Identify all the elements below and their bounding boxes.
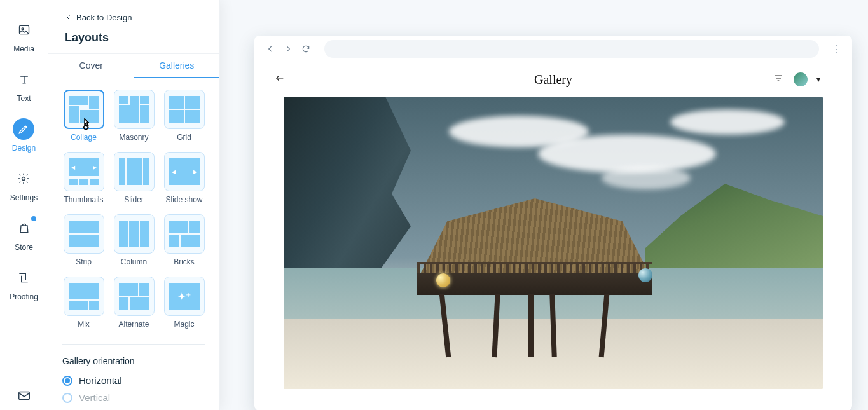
radio-on-icon	[62, 376, 72, 386]
layout-slider[interactable]: Slider	[113, 152, 155, 204]
separator	[62, 344, 205, 345]
page-header: Gallery ▾	[254, 62, 852, 97]
chevron-left-icon	[65, 14, 72, 22]
text-icon	[13, 69, 35, 90]
layout-thumbnails[interactable]: ◀▶ Thumbnails	[62, 152, 105, 204]
layout-label: Masonry	[119, 133, 148, 142]
layout-label: Slide show	[165, 195, 202, 204]
rail-item-label: Text	[17, 94, 31, 103]
layout-label: Strip	[76, 257, 92, 266]
rail-bottom	[13, 385, 35, 406]
svg-rect-3	[18, 392, 29, 400]
rail-item-label: Store	[15, 243, 33, 252]
back-label: Back to Design	[76, 13, 132, 22]
panel-title: Layouts	[65, 31, 203, 44]
orientation-horizontal[interactable]: Horizontal	[62, 375, 205, 386]
svg-point-2	[22, 177, 25, 181]
notification-dot	[31, 216, 36, 221]
rail-item-store[interactable]: Store	[13, 217, 35, 252]
browser-more-button[interactable]: ⋮	[832, 43, 842, 55]
avatar[interactable]	[794, 72, 808, 86]
browser-toolbar: ⋮	[254, 36, 852, 62]
layout-collage[interactable]: Collage	[62, 90, 105, 142]
layout-bricks[interactable]: Bricks	[163, 214, 205, 266]
layout-grid[interactable]: Grid	[163, 90, 205, 142]
layout-label: Alternate	[118, 320, 149, 329]
layout-label: Collage	[71, 133, 97, 142]
preview-canvas: ⋮ Gallery ▾	[220, 0, 868, 410]
layout-strip[interactable]: Strip	[62, 214, 105, 266]
layout-label: Slider	[124, 195, 144, 204]
rail-item-media[interactable]: Media	[13, 19, 35, 53]
layout-alternate[interactable]: Alternate	[113, 277, 155, 329]
page-title: Gallery	[534, 72, 572, 87]
page-back-button[interactable]	[273, 73, 286, 86]
layout-label: Grid	[177, 133, 191, 142]
layout-label: Bricks	[174, 257, 195, 266]
browser-back-button[interactable]	[265, 43, 276, 55]
rail-item-proofing[interactable]: Proofing	[10, 267, 38, 301]
layout-masonry[interactable]: Masonry	[113, 90, 155, 142]
rail-item-label: Settings	[10, 193, 38, 202]
layout-mix[interactable]: Mix	[62, 277, 105, 329]
orientation-label: Horizontal	[79, 375, 122, 386]
tab-cover[interactable]: Cover	[48, 54, 134, 78]
orientation-title: Gallery orientation	[62, 356, 205, 366]
layout-label: Magic	[174, 320, 194, 329]
tab-galleries[interactable]: Galleries	[134, 54, 220, 78]
rail-item-settings[interactable]: Settings	[10, 168, 38, 202]
browser-url-bar[interactable]	[324, 40, 819, 58]
rail-item-label: Proofing	[10, 292, 38, 301]
rail-item-label: Media	[13, 44, 34, 53]
svg-point-4	[83, 125, 87, 129]
browser-refresh-button[interactable]	[300, 43, 312, 55]
orientation-label: Vertical	[79, 392, 110, 403]
rail-item-design[interactable]: Design	[12, 118, 36, 153]
layout-slideshow[interactable]: ◀▶ Slide show	[163, 152, 205, 204]
svg-point-1	[22, 28, 24, 30]
chevron-down-icon[interactable]: ▾	[816, 75, 820, 84]
layouts-panel: Back to Design Layouts Cover Galleries	[48, 0, 220, 410]
back-to-design-link[interactable]: Back to Design	[65, 13, 203, 22]
rail-item-text[interactable]: Text	[13, 69, 35, 103]
mail-icon[interactable]	[13, 385, 35, 406]
radio-off-icon	[62, 393, 72, 403]
layout-column[interactable]: Column	[113, 214, 155, 266]
pencil-icon	[13, 118, 34, 140]
layout-grid: Collage Masonry Grid ◀▶ Thumbnails Slide…	[62, 90, 205, 329]
bag-icon	[13, 217, 35, 239]
rail-item-label: Design	[12, 144, 36, 153]
layout-label: Thumbnails	[64, 195, 103, 204]
gallery-hero-image	[284, 97, 823, 389]
layout-label: Column	[121, 257, 147, 266]
crop-icon	[13, 267, 34, 289]
gear-icon	[13, 168, 34, 189]
panel-tabs: Cover Galleries	[48, 53, 219, 78]
left-nav-rail: Media Text Design Settings Store	[0, 0, 48, 410]
preview-browser: ⋮ Gallery ▾	[254, 36, 852, 410]
orientation-vertical[interactable]: Vertical	[62, 392, 205, 403]
image-icon	[13, 19, 35, 41]
layout-label: Mix	[78, 320, 90, 329]
browser-forward-button[interactable]	[282, 43, 294, 55]
filter-icon[interactable]	[772, 73, 785, 86]
layout-magic[interactable]: ✦⁺ Magic	[163, 277, 205, 329]
